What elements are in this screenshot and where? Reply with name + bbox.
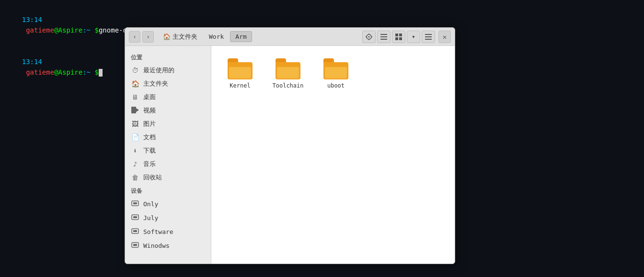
home-icon: 🏠 [163,33,171,40]
sidebar-section-devices-label: 设备 [125,184,211,197]
trash-icon: 🗑 [131,174,139,181]
user-1: gatieme [22,26,54,34]
sidebar-section-places-label: 位置 [125,51,211,64]
sidebar-item-recent-label: 最近使用的 [143,66,174,75]
drive-only-icon [131,199,139,209]
breadcrumb-home-label: 主文件夹 [172,33,197,41]
sidebar-item-recent[interactable]: ⏱ 最近使用的 [125,64,211,77]
file-item-kernel[interactable]: Kernel [221,55,259,93]
breadcrumb-home[interactable]: 🏠 主文件夹 [158,31,203,43]
sidebar-item-home-label: 主文件夹 [143,79,168,88]
clock-icon: ⏱ [131,66,139,74]
titlebar: ‹ › 🏠 主文件夹 Work Arm [125,28,455,46]
sidebar-item-trash[interactable]: 🗑 回收站 [125,171,211,184]
breadcrumb-work[interactable]: Work [204,31,229,42]
sidebar-item-video[interactable]: 视频 [125,104,211,117]
time-2: 13:14 [22,58,42,66]
sidebar-item-only-label: Only [143,200,158,208]
chevron-down-icon: ▾ [412,33,415,40]
file-uboot-label: uboot [327,82,345,90]
sidebar-item-docs[interactable]: 📄 文档 [125,131,211,144]
sidebar-item-desktop[interactable]: 🖥 桌面 [125,90,211,104]
svg-rect-8 [380,39,387,40]
svg-rect-9 [395,33,398,36]
image-icon: 🖼 [131,120,139,128]
grid-view-button[interactable] [392,31,405,43]
sidebar-item-trash-label: 回收站 [143,173,162,182]
sidebar-item-windows-label: Winodws [143,242,170,249]
svg-point-1 [368,36,370,37]
folder-kernel-icon [228,58,253,79]
close-icon: ✕ [443,33,447,41]
menu-button[interactable] [422,31,435,43]
drive-windows-icon [131,241,139,250]
sidebar-item-video-label: 视频 [143,106,156,115]
music-icon: ♪ [131,160,139,168]
breadcrumb-work-label: Work [209,33,224,40]
sidebar-item-docs-label: 文档 [143,133,156,142]
svg-rect-11 [395,37,398,40]
breadcrumb: 🏠 主文件夹 Work Arm [158,31,252,43]
breadcrumb-arm-label: Arm [235,33,246,40]
sidebar-item-downloads-label: 下载 [143,146,156,155]
folder-uboot-icon [323,58,348,79]
home-icon: 🏠 [131,80,139,88]
terminal-cursor [99,69,103,77]
bookmark-icon [366,33,372,40]
svg-rect-14 [425,36,432,37]
back-button[interactable]: ‹ [129,31,140,43]
breadcrumb-arm[interactable]: Arm [230,31,252,42]
svg-rect-15 [425,39,432,40]
sidebar-item-music[interactable]: ♪ 音乐 [125,157,211,171]
svg-rect-6 [380,34,387,35]
grid-view-icon [395,33,402,40]
sidebar-item-pictures-label: 图片 [143,120,156,128]
svg-rect-13 [425,34,432,35]
sidebar-item-july[interactable]: July [125,211,211,225]
video-icon [131,107,139,115]
svg-marker-17 [136,108,139,112]
view-dropdown-button[interactable]: ▾ [407,31,420,43]
sidebar-item-pictures[interactable]: 🖼 图片 [125,117,211,131]
svg-rect-10 [399,33,402,36]
svg-rect-16 [131,107,136,113]
drive-july-icon [131,213,139,222]
svg-rect-23 [133,230,137,232]
file-item-toolchain[interactable]: Toolchain [269,55,307,93]
file-manager-body: 位置 ⏱ 最近使用的 🏠 主文件夹 🖥 桌面 视频 [125,46,455,264]
list-view-button[interactable] [377,31,391,43]
file-item-uboot[interactable]: uboot [317,55,355,93]
sidebar: 位置 ⏱ 最近使用的 🏠 主文件夹 🖥 桌面 视频 [125,46,211,264]
svg-rect-19 [133,202,137,204]
svg-rect-7 [380,36,387,37]
hamburger-icon [425,34,432,40]
close-button[interactable]: ✕ [438,31,451,43]
sidebar-item-downloads[interactable]: ⬇ 下载 [125,144,211,157]
sidebar-item-home[interactable]: 🏠 主文件夹 [125,77,211,90]
drive-software-icon [131,227,139,236]
bookmark-button[interactable] [362,31,376,43]
sidebar-item-music-label: 音乐 [143,160,156,168]
toolbar-right: ▾ ✕ [362,31,451,43]
file-manager-window: ‹ › 🏠 主文件夹 Work Arm [125,27,455,264]
sidebar-item-desktop-label: 桌面 [143,93,156,101]
time-1: 13:14 [22,16,42,23]
file-toolchain-label: Toolchain [272,82,303,90]
folder-toolchain-icon [276,58,300,79]
forward-button[interactable]: › [142,31,154,43]
desktop-icon: 🖥 [131,93,139,101]
svg-rect-21 [133,216,137,218]
files-area: Kernel Toolchain uboot [211,46,455,264]
sidebar-item-software[interactable]: Software [125,225,211,239]
sidebar-item-software-label: Software [143,228,173,235]
user-2: gatieme [22,68,54,76]
document-icon: 📄 [131,133,139,141]
svg-rect-25 [133,244,137,246]
file-kernel-label: Kernel [230,82,250,90]
sidebar-item-windows[interactable]: Winodws [125,239,211,253]
sidebar-item-only[interactable]: Only [125,197,211,211]
list-view-icon [380,34,387,40]
svg-rect-12 [399,37,402,40]
download-icon: ⬇ [131,147,139,155]
sidebar-item-july-label: July [143,214,158,222]
